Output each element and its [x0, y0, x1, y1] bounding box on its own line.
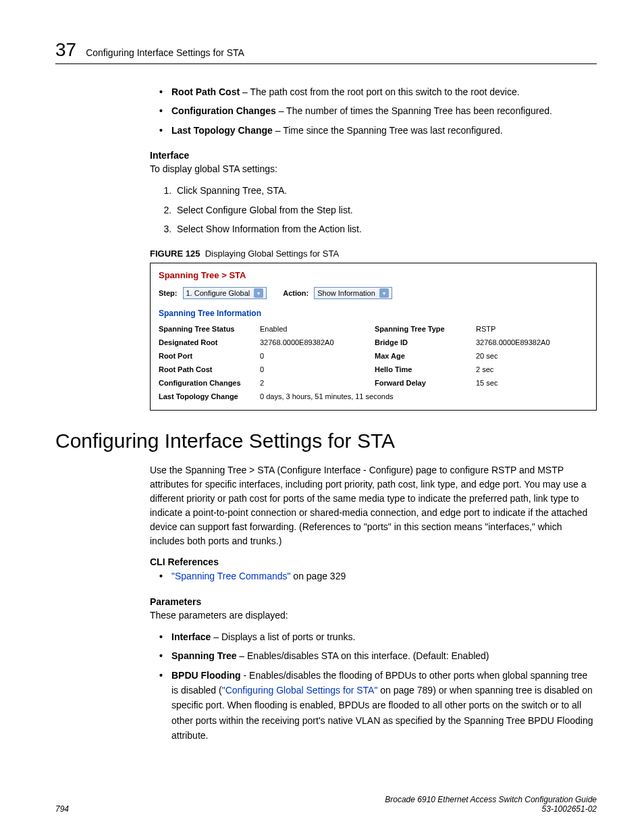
page-footer: 794 Brocade 6910 Ethernet Access Switch … [55, 795, 597, 814]
grid-label: Configuration Changes [159, 379, 253, 387]
chapter-title: Configuring Interface Settings for STA [86, 47, 244, 58]
grid-label: Forward Delay [375, 379, 469, 387]
page-header: 37 Configuring Interface Settings for ST… [55, 39, 597, 64]
doc-number: 53-1002651-02 [542, 804, 597, 814]
list-item: Last Topology Change – Time since the Sp… [162, 123, 597, 138]
grid-value: 0 [260, 365, 368, 373]
grid-value: 2 [260, 379, 368, 387]
term-desc: – Displays a list of ports or trunks. [211, 631, 355, 642]
list-item: Spanning Tree – Enables/disables STA on … [162, 648, 597, 663]
grid-label: Designated Root [159, 338, 253, 346]
cli-reference-rest: on page 329 [290, 571, 346, 581]
grid-label: Root Port [159, 352, 253, 360]
term: Configuration Changes [171, 105, 276, 116]
grid-label: Bridge ID [375, 338, 469, 346]
figure-title: Displaying Global Settings for STA [205, 249, 339, 259]
cli-reference-link[interactable]: "Spanning Tree Commands" [171, 571, 290, 581]
term-desc: – Time since the Spanning Tree was last … [273, 125, 503, 136]
action-select[interactable]: Show Information ▾ [314, 287, 392, 299]
term-desc: – The path cost from the root port on th… [240, 86, 520, 97]
interface-heading: Interface [150, 150, 597, 161]
grid-value: 15 sec [476, 379, 577, 387]
grid-value: 2 sec [476, 365, 577, 373]
page-number: 794 [55, 804, 69, 814]
figure-section-title: Spanning Tree Information [159, 309, 588, 318]
cli-reference-list: "Spanning Tree Commands" on page 329 [150, 569, 597, 583]
grid-label: Root Path Cost [159, 365, 253, 373]
grid-value: 32768.0000E89382A0 [476, 338, 577, 346]
grid-label: Spanning Tree Type [375, 325, 469, 333]
step-select-value: 1. Configure Global [186, 289, 250, 297]
grid-value: 32768.0000E89382A0 [260, 338, 368, 346]
grid-value: Enabled [260, 325, 368, 333]
grid-value: RSTP [476, 325, 577, 333]
chevron-down-icon: ▾ [379, 288, 389, 298]
term: Root Path Cost [171, 86, 240, 97]
term: Interface [171, 631, 211, 642]
parameters-intro: These parameters are displayed: [150, 608, 597, 623]
step-label: Step: [159, 289, 178, 297]
term-desc: – Enables/disables STA on this interface… [236, 650, 489, 661]
figure-controls: Step: 1. Configure Global ▾ Action: Show… [159, 287, 588, 299]
parameters-heading: Parameters [150, 596, 597, 607]
figure-caption: FIGURE 125 Displaying Global Settings fo… [150, 249, 597, 259]
step-item: Click Spanning Tree, STA. [174, 183, 597, 198]
step-list: Click Spanning Tree, STA. Select Configu… [150, 183, 597, 236]
list-item: "Spanning Tree Commands" on page 329 [162, 569, 597, 583]
grid-value: 20 sec [476, 352, 577, 360]
grid-label: Hello Time [375, 365, 469, 373]
section-intro: Use the Spanning Tree > STA (Configure I… [150, 463, 597, 548]
list-item: BPDU Flooding - Enables/disables the flo… [162, 668, 597, 744]
step-select[interactable]: 1. Configure Global ▾ [183, 287, 267, 299]
cli-references-heading: CLI References [150, 556, 597, 567]
action-label: Action: [283, 289, 308, 297]
chevron-down-icon: ▾ [254, 288, 263, 298]
list-item: Interface – Displays a list of ports or … [162, 629, 597, 644]
grid-value: 0 [260, 352, 368, 360]
list-item: Root Path Cost – The path cost from the … [162, 84, 597, 99]
list-item: Configuration Changes – The number of ti… [162, 103, 597, 118]
term-desc: – The number of times the Spanning Tree … [276, 105, 552, 116]
grid-label: Max Age [375, 352, 469, 360]
term: Spanning Tree [171, 650, 236, 661]
grid-value: 0 days, 3 hours, 51 minutes, 11 seconds [260, 392, 577, 400]
definition-list: Root Path Cost – The path cost from the … [150, 84, 597, 138]
figure-data-grid: Spanning Tree Status Enabled Spanning Tr… [159, 325, 588, 400]
section-heading: Configuring Interface Settings for STA [55, 429, 597, 452]
term: BPDU Flooding [171, 670, 241, 681]
figure-screenshot: Spanning Tree > STA Step: 1. Configure G… [150, 263, 597, 411]
action-select-value: Show Information [317, 289, 375, 297]
grid-label: Last Topology Change [159, 392, 253, 400]
step-item: Select Configure Global from the Step li… [174, 203, 597, 217]
parameter-list: Interface – Displays a list of ports or … [150, 629, 597, 744]
book-title: Brocade 6910 Ethernet Access Switch Conf… [385, 795, 597, 804]
grid-label: Spanning Tree Status [159, 325, 253, 333]
term: Last Topology Change [171, 125, 273, 136]
param-link[interactable]: "Configuring Global Settings for STA" [222, 685, 378, 696]
figure-label: FIGURE 125 [150, 249, 200, 259]
interface-intro: To display global STA settings: [150, 162, 597, 176]
chapter-number: 37 [55, 39, 76, 61]
figure-breadcrumb: Spanning Tree > STA [159, 270, 588, 280]
step-item: Select Show Information from the Action … [174, 221, 597, 236]
